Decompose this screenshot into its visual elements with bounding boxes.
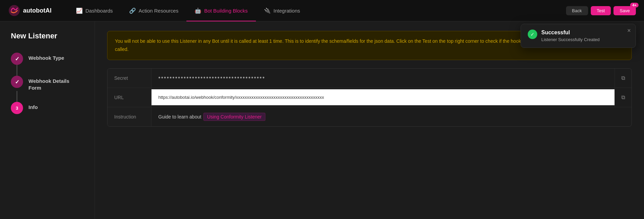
step-3-label: Info bbox=[28, 102, 38, 111]
nav-item-integrations[interactable]: 🔌 Integrations bbox=[256, 0, 308, 21]
form-table: Secret •••••••••••••••••••••••••••••••••… bbox=[107, 68, 632, 127]
step-connector-2 bbox=[17, 91, 17, 102]
instruction-value: Guide to learn about Using Conformity Li… bbox=[152, 107, 615, 126]
step-1-icon: ✓ bbox=[11, 53, 23, 65]
page-title: New Listener bbox=[11, 32, 84, 40]
instruction-row: Instruction Guide to learn about Using C… bbox=[107, 107, 631, 126]
step-connector-1 bbox=[17, 65, 17, 76]
dashboards-icon: 📈 bbox=[76, 7, 83, 14]
instruction-link[interactable]: Using Conformity Listener bbox=[203, 113, 265, 121]
url-label: URL bbox=[107, 88, 152, 107]
navbar: autobotAI 📈 Dashboards 🔗 Action Resource… bbox=[0, 0, 644, 21]
toast-check-icon: ✓ bbox=[528, 30, 537, 39]
nav-item-dashboards[interactable]: 📈 Dashboards bbox=[68, 0, 121, 21]
instruction-content: Guide to learn about Using Conformity Li… bbox=[158, 113, 608, 121]
url-copy-button[interactable]: ⧉ bbox=[615, 88, 631, 107]
nav-right: 4+ Back Test Save bbox=[566, 6, 636, 15]
step-item-2: ✓ Webhook DetailsForm bbox=[11, 76, 84, 91]
logo-icon bbox=[8, 4, 20, 17]
url-value: https://autobotai.io/webhook/conformity/… bbox=[152, 89, 615, 105]
success-toast: ✓ Successful Listener Successfully Creat… bbox=[521, 24, 636, 48]
toast-content: Successful Listener Successfully Created bbox=[541, 30, 600, 42]
page-content: New Listener ✓ Webhook Type ✓ Webhook De… bbox=[0, 21, 644, 219]
secret-copy-button[interactable]: ⧉ bbox=[615, 69, 631, 88]
nav-item-bot-building-blocks[interactable]: 🤖 Bot Building Blocks bbox=[186, 0, 256, 21]
svg-point-0 bbox=[9, 5, 20, 16]
logo-text: autobotAI bbox=[23, 7, 52, 14]
secret-label: Secret bbox=[107, 69, 152, 88]
nav-item-action-resources[interactable]: 🔗 Action Resources bbox=[121, 0, 187, 21]
step-item-3: 3 Info bbox=[11, 102, 84, 114]
stepper-sidebar: New Listener ✓ Webhook Type ✓ Webhook De… bbox=[0, 21, 95, 219]
url-row: URL https://autobotai.io/webhook/conform… bbox=[107, 88, 631, 107]
step-item-1: ✓ Webhook Type bbox=[11, 53, 84, 65]
test-button[interactable]: Test bbox=[591, 6, 611, 15]
step-1-label: Webhook Type bbox=[28, 53, 64, 61]
step-2-label: Webhook DetailsForm bbox=[28, 76, 69, 91]
action-resources-icon: 🔗 bbox=[129, 7, 136, 14]
step-list: ✓ Webhook Type ✓ Webhook DetailsForm 3 I bbox=[11, 53, 84, 114]
integrations-icon: 🔌 bbox=[264, 7, 271, 14]
logo[interactable]: autobotAI bbox=[8, 4, 52, 17]
toast-close-button[interactable]: × bbox=[627, 28, 631, 34]
bot-building-blocks-icon: 🤖 bbox=[195, 7, 201, 14]
notification-badge: 4+ bbox=[630, 3, 639, 7]
back-button[interactable]: Back bbox=[566, 6, 588, 15]
toast-title: Successful bbox=[541, 30, 600, 36]
secret-row: Secret •••••••••••••••••••••••••••••••••… bbox=[107, 69, 631, 88]
instruction-label: Instruction bbox=[107, 107, 152, 126]
step-3-icon: 3 bbox=[11, 102, 23, 114]
instruction-prefix: Guide to learn about bbox=[158, 114, 201, 120]
main-content: You will not be able to use this Listene… bbox=[95, 21, 644, 219]
step-2-icon: ✓ bbox=[11, 76, 23, 88]
nav-links: 📈 Dashboards 🔗 Action Resources 🤖 Bot Bu… bbox=[68, 0, 566, 21]
secret-value: •••••••••••••••••••••••••••••••••••••• bbox=[152, 69, 615, 87]
toast-message: Listener Successfully Created bbox=[541, 37, 600, 42]
